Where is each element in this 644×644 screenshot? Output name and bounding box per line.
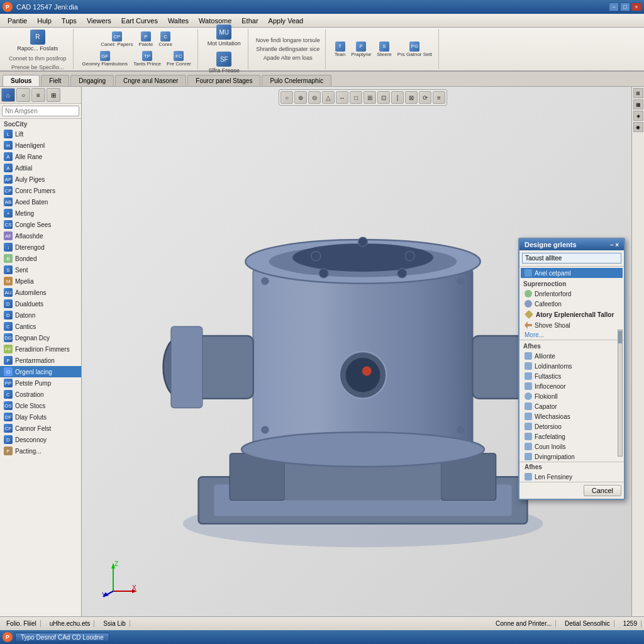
sidebar-item-datonn[interactable]: D Datonn <box>0 309 81 321</box>
tab-dngaging[interactable]: Dngaging <box>70 75 114 86</box>
dialog-more-button[interactable]: More... <box>519 330 624 340</box>
sidebar-item-feradirion[interactable]: FF Feradirion Fimmers <box>0 343 81 355</box>
vp-menu-btn[interactable]: ≡ <box>433 91 445 104</box>
tab-sulous[interactable]: Sulous <box>3 75 40 86</box>
right-icon-4[interactable]: ◉ <box>633 122 643 132</box>
tab-fielt[interactable]: Fielt <box>41 75 69 86</box>
dialog-item-cafeetlon[interactable]: Cafeetlon <box>519 299 624 309</box>
dialog-item-allionte[interactable]: Allionte <box>519 351 624 361</box>
shrantle-label[interactable]: Shrantle detlingsater sice <box>255 45 321 53</box>
sidebar-item-adtlial[interactable]: A Adtlial <box>0 162 81 174</box>
nove-label[interactable]: Nove findi longare torsule <box>255 36 321 44</box>
vp-pan-btn[interactable]: ↔ <box>336 91 348 104</box>
dialog-item-loldinantoms[interactable]: Loldinantoms <box>519 361 624 371</box>
tab-cngre[interactable]: Cngre arul Nasoner <box>115 75 186 86</box>
dialog-item-capator[interactable]: Capator <box>519 401 624 411</box>
fre-button[interactable]: FC Fre Conrer <box>164 50 194 68</box>
dialog-item-facfelating[interactable]: Facfelating <box>519 431 624 441</box>
vp-rotate-btn[interactable]: ○ <box>280 91 293 104</box>
slfra-button[interactable]: SF Slfra Frease <box>206 50 243 75</box>
sidebar-item-aflaoshde[interactable]: AF Aflaoshde <box>0 230 81 242</box>
viewport[interactable]: ○ ⊕ ⊖ △ ↔ □ ⊞ ⊡ | ⊠ ⟳ ≡ <box>82 87 644 616</box>
vp-box-btn[interactable]: □ <box>350 91 362 104</box>
dialog-item-wlechasioas[interactable]: Wlechasioas <box>519 411 624 421</box>
sidebar-item-aoed-baten[interactable]: AB Aoed Baten <box>0 196 81 208</box>
prs-button[interactable]: PG Prs Gatnor Sett <box>395 40 435 58</box>
right-icon-1[interactable]: ⊞ <box>633 88 643 98</box>
dialog-title[interactable]: Designe grlents − × <box>519 239 624 250</box>
vp-grid-btn[interactable]: ⊞ <box>364 91 376 104</box>
dialog-item-dnrlentorford[interactable]: Dnrlentorford <box>519 289 624 299</box>
mot-button[interactable]: MU Mot Unitation <box>204 23 244 48</box>
sidebar-item-bonded[interactable]: B Bonded <box>0 253 81 264</box>
sidebar-item-sent[interactable]: S Sent <box>0 264 81 275</box>
dialog-item-len-fensiney[interactable]: Len Fensiney <box>519 472 624 482</box>
sidebar-item-cantics[interactable]: C Cantics <box>0 321 81 332</box>
vp-zoom-in-btn[interactable]: ⊕ <box>294 91 307 104</box>
sidebar-item-dlay-foluts[interactable]: DF Dlay Foluts <box>0 411 81 423</box>
sidebar-item-cannor-felst[interactable]: CF Cannor Felst <box>0 423 81 434</box>
sidebar-tool-list[interactable]: ≡ <box>31 88 45 102</box>
taskbar-app-button[interactable]: Typo Desnof CAd CD Loodne <box>15 633 109 642</box>
tab-fourcr[interactable]: Fourcr panel Stages <box>187 75 260 86</box>
tants-button[interactable]: TP Tants Prince <box>131 50 164 68</box>
tab-pulo[interactable]: Pulo Cnelermaphic <box>262 75 331 86</box>
steere-button[interactable]: S Steere <box>374 40 394 58</box>
sidebar-item-haenligenl[interactable]: H Haenligenl <box>0 140 81 151</box>
sidebar-item-petste-pump[interactable]: PP Petste Pump <box>0 377 81 389</box>
maximize-button[interactable]: □ <box>620 3 630 11</box>
right-icon-3[interactable]: ◈ <box>633 111 643 121</box>
sidebar-item-lift[interactable]: L Lift <box>0 128 81 140</box>
conre-button[interactable]: C Conre <box>156 30 175 48</box>
tean-button[interactable]: T Tean <box>332 40 348 58</box>
dialog-item-fultastics[interactable]: Fultastics <box>519 371 624 381</box>
sidebar-item-conrc-pumers[interactable]: CP Conrc Pumers <box>0 185 81 196</box>
dialog-search-input[interactable] <box>522 253 621 264</box>
menu-pantie[interactable]: Pantie <box>3 16 32 26</box>
sidebar-item-degnan-dcy[interactable]: DD Degnan Dcy <box>0 332 81 343</box>
sidebar-search-input[interactable] <box>2 106 79 116</box>
cancel-button[interactable]: Cancel <box>584 485 621 496</box>
sidebar-item-dterengod[interactable]: ↓ Dterengod <box>0 242 81 253</box>
vp-cross-btn[interactable]: ⊡ <box>377 91 390 104</box>
canet-papers-button[interactable]: CP Canet: Papers <box>98 30 135 48</box>
dialog-item-detorsioo[interactable]: Detorsioo <box>519 421 624 431</box>
sidebar-item-dualduets[interactable]: D Dualduets <box>0 298 81 309</box>
vp-x-btn[interactable]: ⊠ <box>405 91 418 104</box>
vp-triangle-btn[interactable]: △ <box>322 91 335 104</box>
minimize-button[interactable]: − <box>609 3 619 11</box>
dialog-selected-item[interactable]: Anel cetpaml <box>521 268 623 278</box>
menu-apply-vead[interactable]: Apply Vead <box>264 16 309 26</box>
dialog-close-button[interactable]: × <box>615 242 619 248</box>
dialog-scrollbar[interactable] <box>618 330 623 457</box>
sidebar-item-pentarrmation[interactable]: P Pentarrmation <box>0 355 81 366</box>
sidebar-item-meting[interactable]: + Meting <box>0 208 81 219</box>
sidebar-item-congle-sees[interactable]: CS Congle Sees <box>0 219 81 230</box>
menu-tups[interactable]: Tups <box>57 16 82 26</box>
menu-waltes[interactable]: Waltes <box>163 16 194 26</box>
vp-refresh-btn[interactable]: ⟳ <box>419 91 431 104</box>
dialog-scroll-thumb[interactable] <box>618 331 622 343</box>
dialog-item-inflocenoor[interactable]: Inflocenoor <box>519 381 624 391</box>
dialog-minimize-button[interactable]: − <box>610 242 614 248</box>
sidebar-item-alle-rane[interactable]: A Alle Rane <box>0 151 81 162</box>
praptyne-button[interactable]: P Praptyne <box>348 40 374 58</box>
connect-label[interactable]: Connet to thrn postlrop <box>6 55 69 62</box>
dialog-item-shove-shoal[interactable]: Shove Shoal <box>519 320 624 330</box>
window-controls[interactable]: − □ × <box>609 3 641 11</box>
sidebar-item-mpelia[interactable]: M Mpelia <box>0 275 81 287</box>
sidebar-item-orgenl-lacing[interactable]: O Orgenl lacing <box>0 366 81 377</box>
right-icon-2[interactable]: ▦ <box>633 99 643 109</box>
close-button[interactable]: × <box>631 3 641 11</box>
menu-eart-curves[interactable]: Eart Curves <box>116 16 163 26</box>
sidebar-item-desconnoy[interactable]: D Desconnoy <box>0 434 81 445</box>
menu-hulp[interactable]: Hulp <box>32 16 57 26</box>
geomry-button[interactable]: GF Geomry Flambutons <box>80 50 130 68</box>
sidebar-item-automilens[interactable]: AU Automilens <box>0 287 81 298</box>
menu-viewers[interactable]: Viewers <box>82 16 116 26</box>
prenoe-label[interactable]: Prenoe be Specifio... <box>9 64 67 71</box>
sidebar-tool-search[interactable]: ○ <box>16 88 30 102</box>
dialog-item-dvingrnipation[interactable]: Dvingrnipation <box>519 452 624 462</box>
sidebar-item-ocle-stocs[interactable]: OS Ocle Stocs <box>0 400 81 411</box>
palote-button[interactable]: P Palote <box>136 30 155 48</box>
